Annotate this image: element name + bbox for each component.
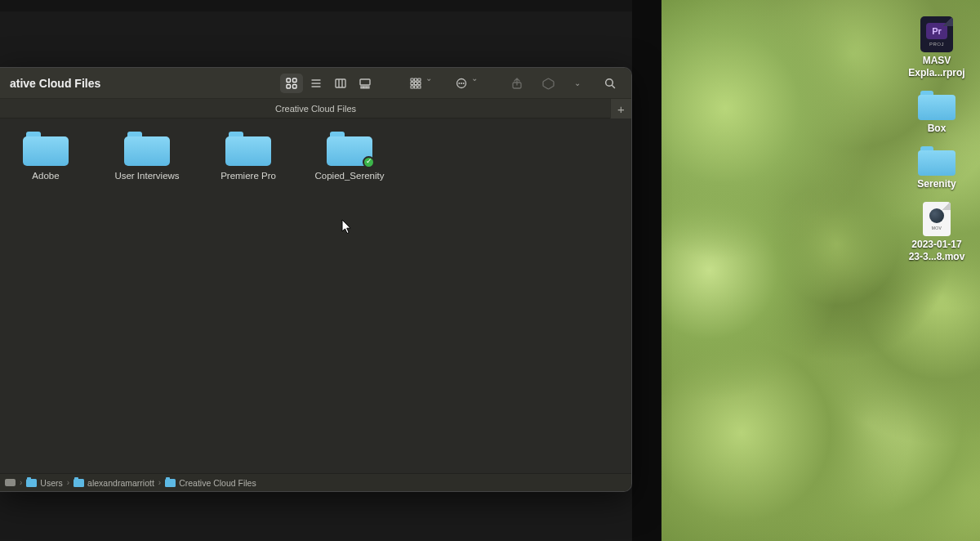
folder-mini-icon bbox=[74, 479, 84, 487]
svg-rect-0 bbox=[287, 78, 291, 83]
folder-mini-icon bbox=[165, 479, 176, 487]
share-button[interactable] bbox=[506, 74, 528, 93]
path-segment-users[interactable]: Users bbox=[26, 478, 62, 488]
path-segment-user[interactable]: alexandramarriott bbox=[74, 478, 154, 488]
view-list-button[interactable] bbox=[305, 74, 327, 93]
path-label: alexandramarriott bbox=[87, 478, 154, 488]
new-tab-button[interactable]: + bbox=[610, 99, 631, 118]
dropdown-button[interactable]: ⌄ bbox=[568, 74, 590, 93]
desktop-item-mov[interactable]: MOV 2023-01-1723-3...8.mov bbox=[900, 202, 973, 263]
finder-tab[interactable]: Creative Cloud Files bbox=[259, 99, 372, 118]
folder-item-copied-serenity[interactable]: Copied_Serenity bbox=[310, 132, 389, 181]
folder-icon bbox=[327, 132, 372, 166]
path-segment-disk[interactable] bbox=[5, 479, 16, 486]
svg-rect-20 bbox=[411, 85, 413, 87]
svg-rect-10 bbox=[360, 79, 370, 85]
path-label: Creative Cloud Files bbox=[179, 478, 256, 488]
premiere-project-icon: Pr PROJ bbox=[920, 16, 953, 52]
group-by-button[interactable] bbox=[404, 74, 427, 93]
folder-icon bbox=[124, 132, 170, 166]
desktop-item-label: MASVExpla...rproj bbox=[908, 55, 964, 79]
folder-mini-icon bbox=[26, 479, 37, 487]
folder-icon bbox=[918, 146, 956, 176]
svg-rect-13 bbox=[367, 87, 369, 88]
svg-line-29 bbox=[612, 85, 615, 87]
svg-rect-11 bbox=[361, 87, 363, 88]
desktop-item-label: Serenity bbox=[917, 178, 956, 190]
desktop-item-box[interactable]: Box bbox=[900, 91, 973, 135]
desktop-item-label: 2023-01-1723-3...8.mov bbox=[909, 239, 965, 263]
background-dark-strip bbox=[632, 0, 660, 541]
svg-point-25 bbox=[461, 83, 462, 84]
desktop-icons-column: Pr PROJ MASVExpla...rproj Box Serenity M… bbox=[900, 16, 973, 263]
folder-item-user-interviews[interactable]: User Interviews bbox=[108, 132, 186, 181]
path-segment-current[interactable]: Creative Cloud Files bbox=[165, 478, 256, 488]
finder-path-bar: › Users › alexandramarriott › Creative C… bbox=[0, 473, 631, 491]
view-icons-button[interactable] bbox=[280, 74, 303, 93]
synced-badge-icon bbox=[363, 156, 375, 168]
background-top bbox=[0, 0, 660, 11]
finder-content-area[interactable]: Adobe User Interviews Premiere Pro Copie… bbox=[0, 118, 631, 473]
desktop-wallpaper: Pr PROJ MASVExpla...rproj Box Serenity M… bbox=[660, 0, 980, 541]
pr-badge: Pr bbox=[926, 23, 947, 39]
folder-icon bbox=[23, 132, 69, 166]
quicktime-mov-icon: MOV bbox=[923, 202, 951, 236]
view-columns-button[interactable] bbox=[329, 74, 352, 93]
folder-item-premiere-pro[interactable]: Premiere Pro bbox=[209, 132, 287, 181]
svg-rect-19 bbox=[418, 82, 421, 84]
desktop-item-label: Box bbox=[928, 123, 947, 135]
svg-rect-16 bbox=[418, 78, 421, 81]
group-sort-controls: ⌄ ⌄ bbox=[404, 74, 478, 93]
svg-rect-2 bbox=[287, 84, 291, 88]
path-separator: › bbox=[67, 478, 69, 487]
path-separator: › bbox=[20, 478, 22, 487]
folder-icon bbox=[225, 132, 271, 166]
view-mode-group bbox=[280, 74, 376, 93]
svg-rect-18 bbox=[414, 82, 416, 84]
svg-rect-3 bbox=[293, 84, 297, 88]
svg-point-26 bbox=[463, 83, 465, 84]
svg-rect-7 bbox=[336, 79, 345, 87]
search-button[interactable] bbox=[599, 74, 621, 93]
path-separator: › bbox=[158, 478, 161, 487]
chevron-down-icon: ⌄ bbox=[574, 78, 581, 87]
folder-label: Premiere Pro bbox=[220, 171, 276, 181]
disk-icon bbox=[5, 479, 16, 486]
proj-subtext: PROJ bbox=[929, 42, 944, 47]
finder-tab-bar: Creative Cloud Files + bbox=[0, 99, 631, 118]
svg-rect-15 bbox=[414, 78, 416, 81]
folder-item-adobe[interactable]: Adobe bbox=[7, 132, 85, 181]
svg-rect-22 bbox=[418, 85, 421, 87]
folder-icon bbox=[918, 91, 956, 120]
svg-rect-17 bbox=[411, 82, 413, 84]
folder-label: Adobe bbox=[32, 171, 59, 181]
chevron-down-icon: ⌄ bbox=[425, 74, 432, 93]
finder-window: ative Cloud Files ⌄ bbox=[0, 67, 632, 492]
folder-label: User Interviews bbox=[114, 171, 179, 181]
view-gallery-button[interactable] bbox=[354, 74, 376, 93]
desktop-item-prproj[interactable]: Pr PROJ MASVExpla...rproj bbox=[900, 16, 973, 79]
desktop-item-serenity[interactable]: Serenity bbox=[900, 146, 973, 190]
window-title: ative Cloud Files bbox=[10, 77, 100, 90]
svg-point-24 bbox=[458, 83, 460, 84]
path-label: Users bbox=[40, 478, 62, 488]
finder-toolbar: ative Cloud Files ⌄ bbox=[0, 68, 631, 99]
svg-rect-14 bbox=[411, 78, 413, 81]
svg-rect-1 bbox=[293, 78, 297, 83]
action-menu-button[interactable] bbox=[450, 74, 473, 93]
quicktime-glyph bbox=[929, 208, 944, 223]
chevron-down-icon: ⌄ bbox=[471, 74, 478, 93]
tags-button[interactable] bbox=[537, 74, 559, 93]
folder-label: Copied_Serenity bbox=[314, 171, 384, 181]
svg-rect-12 bbox=[364, 87, 367, 88]
svg-rect-21 bbox=[414, 85, 416, 87]
mov-subtext: MOV bbox=[932, 226, 942, 230]
